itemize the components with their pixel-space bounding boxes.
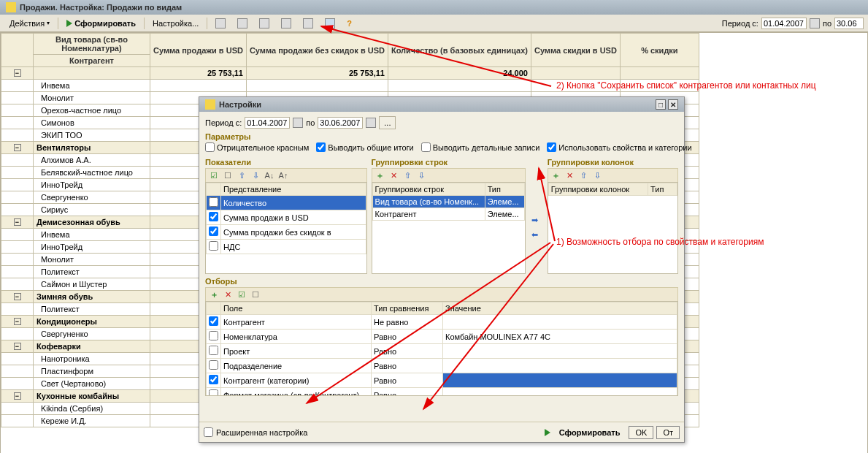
tree-collapse-icon[interactable]: − xyxy=(14,69,21,77)
row-contragent[interactable]: Политекст xyxy=(34,266,150,278)
uncheck-all-icon[interactable]: ☐ xyxy=(250,289,261,300)
row-contragent[interactable]: Кереже И.Д. xyxy=(34,415,150,427)
indicator-check[interactable] xyxy=(209,241,218,251)
filter-check[interactable] xyxy=(209,375,218,384)
filter-value[interactable] xyxy=(443,315,677,330)
row-contragent[interactable]: ЭКИП ТОО xyxy=(34,129,150,142)
tool-icon-1[interactable] xyxy=(210,16,231,31)
period-select-button[interactable]: ... xyxy=(379,116,396,129)
filters-grid[interactable]: ПолеТип сравненияЗначениеКонтрагентНе ра… xyxy=(205,301,678,396)
arrow-up-icon[interactable]: ⇧ xyxy=(579,170,589,180)
group-name[interactable]: Зимняя обувь xyxy=(34,291,150,303)
delete-icon[interactable]: ✕ xyxy=(223,289,233,300)
opt-detail[interactable]: Выводить детальные записи xyxy=(421,142,540,152)
filter-value[interactable] xyxy=(443,388,677,397)
row-contragent[interactable]: Нанотроника xyxy=(34,353,150,365)
row-contragent[interactable]: Свет (Чертаново) xyxy=(34,378,150,390)
add-icon[interactable]: ＋ xyxy=(375,170,385,180)
arrow-down-icon[interactable]: ⇩ xyxy=(250,170,261,180)
filter-field[interactable]: Формат магазина (св-во Контрагент) xyxy=(221,388,372,397)
filter-field[interactable]: Подразделение xyxy=(221,359,372,373)
rowgroup-name[interactable]: Вид товара (св-во Номенк... xyxy=(372,196,485,208)
arrow-up-icon[interactable]: ⇧ xyxy=(403,170,413,180)
check-all-icon[interactable]: ☑ xyxy=(209,170,219,180)
indicator-name[interactable]: Количество xyxy=(221,196,366,210)
row-contragent[interactable]: ИнноТрейд xyxy=(34,179,150,191)
calendar-icon[interactable] xyxy=(366,118,376,128)
tree-collapse-icon[interactable]: − xyxy=(14,218,21,226)
settings-button[interactable]: Настройка... xyxy=(147,17,204,30)
arrow-down-icon[interactable]: ⇩ xyxy=(593,170,603,180)
row-contragent[interactable]: Саймон и Шустер xyxy=(34,278,150,291)
opt-negative[interactable]: Отрицательное красным xyxy=(205,142,309,152)
filter-value[interactable] xyxy=(443,359,677,373)
row-contragent[interactable]: ИнноТрейд xyxy=(34,241,150,254)
filter-cmp[interactable]: Равно xyxy=(372,330,443,344)
indicator-check[interactable] xyxy=(209,226,218,236)
check-all-icon[interactable]: ☑ xyxy=(237,289,247,300)
group-name[interactable]: Кондиционеры xyxy=(34,316,150,328)
filter-cmp[interactable]: Не равно xyxy=(372,315,443,330)
row-contragent[interactable]: Симонов xyxy=(34,117,150,129)
tree-collapse-icon[interactable]: − xyxy=(14,318,21,325)
filter-check[interactable] xyxy=(209,316,218,326)
filter-value[interactable] xyxy=(443,344,677,359)
group-name[interactable] xyxy=(34,67,150,80)
dlg-ok-button[interactable]: OK xyxy=(629,426,653,439)
indicator-name[interactable]: Сумма продажи без скидок в xyxy=(221,225,366,240)
filter-check[interactable] xyxy=(209,346,218,355)
run-button[interactable]: Сформировать xyxy=(61,17,141,30)
row-contragent[interactable]: Свергуненко xyxy=(34,191,150,204)
row-contragent[interactable]: Инвема xyxy=(34,80,150,92)
row-contragent[interactable]: Монолит xyxy=(34,254,150,266)
rowgroup-grid[interactable]: Группировки строкТипВид товара (св-во Но… xyxy=(372,182,526,274)
advanced-checkbox[interactable] xyxy=(204,427,213,437)
row-contragent[interactable]: Инвема xyxy=(34,229,150,241)
dialog-titlebar[interactable]: Настройки □ ✕ xyxy=(199,97,684,112)
indicator-name[interactable]: Сумма продажи в USD xyxy=(221,210,366,225)
row-contragent[interactable]: Монолит xyxy=(34,92,150,104)
row-contragent[interactable]: Сириус xyxy=(34,204,150,216)
group-name[interactable]: Вентиляторы xyxy=(34,142,150,154)
dlg-run-button[interactable]: Сформировать xyxy=(553,427,626,438)
tree-collapse-icon[interactable]: − xyxy=(14,144,21,151)
tool-icon-3[interactable] xyxy=(254,16,274,31)
filter-field[interactable]: Контрагент xyxy=(221,315,372,330)
indicators-grid[interactable]: ПредставлениеКоличествоСумма продажи в U… xyxy=(205,182,367,274)
row-contragent[interactable]: Kikinda (Сербия) xyxy=(34,403,150,415)
filter-cmp[interactable]: Равно xyxy=(372,344,443,359)
add-icon[interactable]: ＋ xyxy=(209,289,219,300)
filter-field[interactable]: Контрагент (категории) xyxy=(221,373,372,388)
tool-icon-5[interactable] xyxy=(298,16,318,31)
group-name[interactable]: Демисезонная обувь xyxy=(34,216,150,229)
dlg-period-to[interactable] xyxy=(318,117,363,129)
dlg-cancel-button[interactable]: От xyxy=(656,426,680,439)
help-button[interactable]: ? xyxy=(342,17,357,30)
filter-cmp[interactable]: Равно xyxy=(372,359,443,373)
uncheck-all-icon[interactable]: ☐ xyxy=(223,170,233,180)
sort-asc-icon[interactable]: A↓ xyxy=(264,170,274,180)
filter-check[interactable] xyxy=(209,331,218,340)
add-icon[interactable]: ＋ xyxy=(551,170,561,180)
tree-collapse-icon[interactable]: − xyxy=(14,293,21,300)
colgroup-grid[interactable]: Группировки колонокТип xyxy=(548,182,678,274)
row-contragent[interactable]: Алхимов А.А. xyxy=(34,154,150,167)
filter-check[interactable] xyxy=(209,360,218,370)
tool-icon-2[interactable] xyxy=(232,16,253,31)
delete-icon[interactable]: ✕ xyxy=(389,170,399,180)
row-contragent[interactable]: Свергуненко xyxy=(34,328,150,340)
row-contragent[interactable]: Пластинформ xyxy=(34,365,150,378)
indicator-check[interactable] xyxy=(209,212,218,221)
close-icon[interactable]: ✕ xyxy=(668,99,678,110)
tree-collapse-icon[interactable]: − xyxy=(14,343,21,350)
maximize-icon[interactable]: □ xyxy=(656,99,666,110)
save-list-button[interactable] xyxy=(320,16,340,31)
period-to-input[interactable] xyxy=(834,18,864,29)
sort-desc-icon[interactable]: A↑ xyxy=(278,170,288,180)
calendar-icon[interactable] xyxy=(810,18,820,28)
delete-icon[interactable]: ✕ xyxy=(565,170,575,180)
dlg-period-from[interactable] xyxy=(245,117,290,129)
row-contragent[interactable]: Белявский-частное лицо xyxy=(34,167,150,179)
rowgroup-name[interactable]: Контрагент xyxy=(372,208,485,221)
actions-menu[interactable]: Действия▾ xyxy=(4,17,55,30)
